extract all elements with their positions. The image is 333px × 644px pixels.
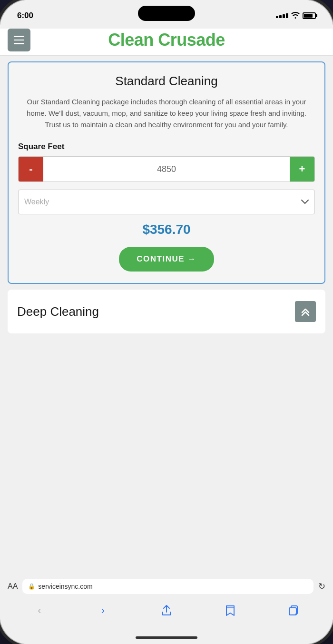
hamburger-line-2 [14, 40, 24, 41]
battery-icon [303, 12, 316, 19]
chevron-down-icon [301, 198, 309, 206]
bookmarks-button[interactable] [222, 602, 239, 619]
app-title: Clean Crusade [30, 30, 325, 50]
continue-button[interactable]: CONTINUE → [119, 247, 214, 272]
forward-arrow-icon: › [101, 604, 105, 617]
browser-bar: AA 🔒 serviceinsync.com ↻ [0, 575, 333, 598]
frequency-placeholder: Weekly [24, 198, 49, 206]
sq-ft-plus-button[interactable]: + [290, 157, 314, 181]
hamburger-line-1 [14, 36, 24, 37]
status-bar: 6:00 [0, 0, 333, 25]
browser-toolbar: ‹ › [0, 598, 333, 631]
chevron-up-double-icon [300, 306, 311, 317]
status-icons [276, 12, 316, 20]
back-button[interactable]: ‹ [31, 602, 48, 619]
forward-button[interactable]: › [94, 602, 111, 619]
main-content: Standard Cleaning Our Standard Cleaning … [0, 56, 333, 575]
wifi-icon [291, 12, 300, 20]
standard-cleaning-title: Standard Cleaning [18, 74, 315, 89]
sq-ft-input[interactable] [43, 157, 290, 181]
scroll-top-button[interactable] [295, 301, 316, 322]
share-button[interactable] [158, 602, 175, 619]
frequency-select[interactable]: Weekly [18, 190, 315, 214]
tabs-icon [287, 604, 300, 617]
app-header: Clean Crusade [0, 25, 333, 56]
status-time: 6:00 [17, 11, 33, 20]
sq-ft-control: - + [18, 156, 315, 182]
browser-url-bar[interactable]: 🔒 serviceinsync.com [22, 579, 313, 594]
tabs-button[interactable] [285, 602, 302, 619]
deep-cleaning-title: Deep Cleaning [17, 304, 99, 319]
sq-ft-minus-button[interactable]: - [19, 157, 43, 181]
browser-aa-label[interactable]: AA [8, 582, 18, 591]
lock-icon: 🔒 [28, 583, 35, 590]
hamburger-line-3 [14, 43, 24, 44]
price-display: $356.70 [18, 222, 315, 237]
deep-cleaning-section: Deep Cleaning [8, 290, 325, 333]
browser-url: serviceinsync.com [38, 583, 92, 590]
standard-cleaning-card: Standard Cleaning Our Standard Cleaning … [8, 61, 325, 284]
home-bar [136, 636, 197, 639]
standard-cleaning-description: Our Standard Cleaning package includes t… [18, 96, 315, 131]
reload-button[interactable]: ↻ [318, 581, 325, 592]
home-indicator [0, 631, 333, 644]
phone-frame: 6:00 [0, 0, 333, 644]
hamburger-menu-button[interactable] [8, 29, 30, 51]
dynamic-island [138, 6, 195, 21]
bookmarks-icon [224, 604, 236, 617]
back-arrow-icon: ‹ [38, 604, 41, 617]
phone-screen: Clean Crusade Standard Cleaning Our Stan… [0, 25, 333, 644]
svg-rect-0 [289, 608, 296, 615]
signal-dots-icon [276, 13, 288, 18]
share-icon [160, 604, 173, 617]
sq-ft-label: Square Feet [18, 142, 315, 151]
